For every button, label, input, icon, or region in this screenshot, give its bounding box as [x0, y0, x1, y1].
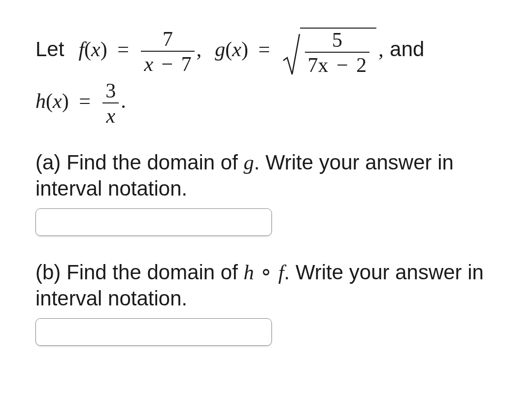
definitions-line-2: h(x) = 3 x .: [35, 80, 497, 126]
equals: =: [117, 38, 129, 61]
g-name: g: [215, 38, 225, 61]
part-b-text-1: (b) Find the domain of: [35, 261, 244, 284]
period: .: [121, 90, 126, 112]
comma: ,: [197, 38, 202, 61]
f-name: f: [78, 38, 84, 61]
part-a-fn: g: [244, 151, 254, 174]
f-fraction: 7 x − 7: [141, 29, 194, 74]
h-denominator: x: [102, 103, 119, 126]
g-radicand: 5 7x − 2: [300, 28, 377, 75]
radical-icon: [282, 33, 300, 75]
part-a: (a) Find the domain of g. Write your ans…: [35, 150, 497, 236]
g-denominator: 7x − 2: [305, 53, 370, 75]
g-fraction: 5 7x − 2: [305, 30, 370, 75]
h-name: h: [35, 90, 46, 112]
part-b-answer-input[interactable]: [35, 318, 272, 346]
h-fraction: 3 x: [102, 80, 119, 126]
f-numerator: 7: [141, 29, 194, 52]
let-word: Let: [35, 37, 64, 61]
open-paren: (: [84, 38, 91, 61]
compose-icon: ∘: [260, 261, 272, 284]
definitions-line-1: Let f(x) = 7 x − 7 , g(x) =: [35, 28, 497, 75]
g-sqrt: 5 7x − 2: [282, 28, 377, 75]
close-paren: ): [100, 38, 107, 61]
and-word: and: [390, 37, 424, 61]
part-b: (b) Find the domain of h ∘ f. Write your…: [35, 260, 497, 346]
function-definitions: Let f(x) = 7 x − 7 , g(x) =: [35, 28, 497, 126]
part-a-answer-input[interactable]: [35, 208, 272, 236]
h-numerator: 3: [102, 80, 119, 103]
f-denominator: x − 7: [141, 52, 194, 74]
part-b-fn-right: f: [278, 261, 284, 284]
f-arg: x: [91, 38, 100, 61]
g-numerator: 5: [305, 30, 370, 53]
part-b-fn-left: h: [244, 261, 254, 284]
part-a-text-1: (a) Find the domain of: [35, 151, 244, 174]
